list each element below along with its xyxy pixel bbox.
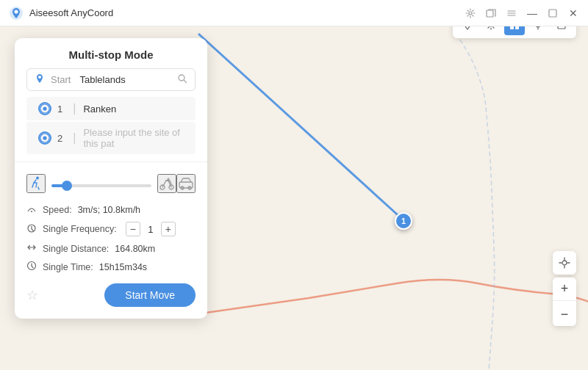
titlebar: Aiseesoft AnyCoord — ✕	[0, 0, 588, 26]
app-title: Aiseesoft AnyCoord	[29, 7, 465, 18]
zoom-out-button[interactable]: −	[553, 302, 576, 326]
walk-mode-button[interactable]	[26, 174, 46, 193]
svg-point-14	[38, 76, 41, 79]
menu-button[interactable]	[506, 7, 517, 19]
speed-slider-wrap	[46, 177, 157, 190]
start-value: Tablelands	[79, 74, 171, 85]
favorite-button[interactable]: ☆	[26, 287, 38, 303]
svg-point-20	[36, 177, 39, 180]
speed-info-label: Speed:	[43, 205, 72, 215]
svg-line-5	[198, 34, 404, 220]
svg-point-17	[43, 106, 46, 110]
waypoint-text-1: Ranken	[83, 104, 116, 115]
divider-1	[15, 162, 207, 162]
speed-info-value: 3m/s; 10.8km/h	[78, 205, 140, 215]
start-move-button[interactable]: Start Move	[104, 283, 196, 307]
maximize-button[interactable]	[547, 7, 559, 19]
frequency-controls: − 1 +	[126, 222, 176, 236]
map-pin: 1	[395, 212, 412, 230]
app-logo	[9, 6, 24, 21]
svg-rect-3	[487, 10, 493, 17]
panel-footer: ☆ Start Move	[15, 276, 207, 307]
svg-point-23	[168, 178, 170, 181]
frequency-decrease-button[interactable]: −	[126, 222, 140, 236]
speed-slider[interactable]	[51, 184, 151, 187]
search-icon[interactable]	[177, 73, 187, 86]
minimize-button[interactable]: —	[526, 7, 538, 19]
svg-point-13	[562, 261, 567, 265]
svg-rect-4	[549, 10, 556, 17]
multi-stop-panel: Multi-stop Mode Start Tablelands 1 |	[15, 38, 207, 319]
frequency-label: Single Frequency:	[43, 224, 117, 234]
zoom-controls: + −	[553, 278, 576, 326]
start-location-row[interactable]: Start Tablelands	[26, 68, 196, 91]
waypoint-number-1: 1	[57, 104, 62, 115]
waypoint-placeholder-2: Please input the site of this pat	[83, 127, 184, 149]
svg-point-1	[15, 10, 18, 13]
start-label: Start	[51, 74, 71, 85]
my-location-button[interactable]	[553, 251, 576, 275]
time-label: Single Time:	[43, 262, 93, 272]
windows-button[interactable]	[485, 7, 497, 19]
frequency-increase-button[interactable]: +	[161, 222, 176, 236]
pin-label: 1	[401, 217, 406, 225]
zoom-in-button[interactable]: +	[553, 278, 576, 301]
time-icon	[26, 261, 37, 273]
frequency-row: Single Frequency: − 1 +	[15, 219, 207, 239]
waypoint-dot-2	[38, 131, 51, 145]
time-row: Single Time: 15h15m34s	[15, 258, 207, 276]
waypoint-number-2: 2	[57, 133, 62, 144]
distance-label: Single Distance:	[43, 244, 109, 254]
speed-info-icon	[26, 203, 37, 216]
window-controls: — ✕	[465, 7, 579, 19]
start-location-icon	[35, 73, 45, 86]
svg-point-19	[43, 136, 46, 139]
speed-info-row: Speed: 3m/s; 10.8km/h	[15, 200, 207, 219]
frequency-value: 1	[145, 224, 157, 235]
settings-button[interactable]	[465, 7, 476, 19]
svg-point-27	[31, 211, 32, 212]
distance-icon	[26, 242, 37, 255]
svg-point-2	[469, 12, 472, 15]
speed-mode-row	[15, 170, 207, 197]
distance-row: Single Distance: 164.80km	[15, 239, 207, 258]
svg-point-15	[179, 75, 184, 81]
distance-value: 164.80km	[115, 244, 155, 254]
frequency-icon	[26, 223, 37, 236]
panel-title: Multi-stop Mode	[15, 38, 207, 68]
waypoint-row-2[interactable]: 2 | Please input the site of this pat	[26, 122, 196, 154]
waypoint-separator-2: |	[73, 131, 76, 145]
waypoint-row-1[interactable]: 1 | Ranken	[26, 97, 196, 120]
bike-mode-button[interactable]	[157, 174, 176, 193]
waypoint-dot-1	[38, 102, 51, 115]
waypoint-separator-1: |	[73, 102, 76, 115]
car-mode-button[interactable]	[176, 174, 196, 193]
close-button[interactable]: ✕	[567, 7, 579, 19]
time-value: 15h15m34s	[99, 262, 147, 272]
